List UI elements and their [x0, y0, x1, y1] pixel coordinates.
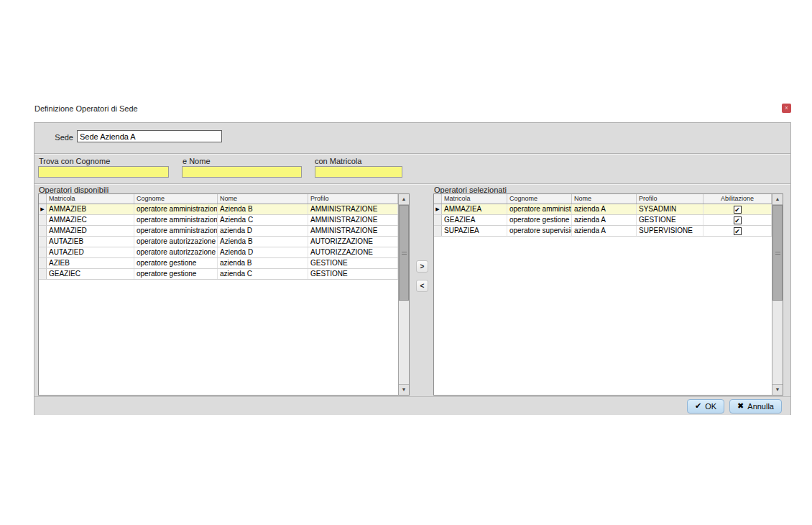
cell[interactable]: SYSADMIN — [637, 204, 703, 214]
cell[interactable]: AMMAZIED — [47, 226, 134, 236]
trova-cognome-label: Trova con Cognome — [39, 157, 110, 165]
cell[interactable]: operatore amministrazione — [134, 215, 218, 225]
row-indicator: ▶ — [434, 204, 442, 214]
thumb-grip-icon — [775, 252, 780, 255]
matricola-label: con Matricola — [315, 157, 361, 165]
scroll-down-icon[interactable]: ▼ — [772, 384, 783, 395]
cell[interactable]: operatore amministrazione — [134, 204, 218, 214]
header-cell[interactable]: Cognome — [507, 194, 572, 204]
table-row[interactable]: AUTAZIEDoperatore autorizzazioneAzienda … — [39, 247, 398, 258]
cell[interactable]: AMMINISTRAZIONE — [308, 204, 398, 214]
definizione-operatori-dialog: Definizione Operatori di Sede x Sede Tro… — [34, 103, 791, 416]
cell[interactable]: Azienda D — [218, 247, 308, 257]
sede-input[interactable] — [77, 130, 222, 142]
trova-cognome-input[interactable] — [38, 166, 169, 178]
checkbox-icon[interactable]: ✔ — [734, 216, 742, 224]
operatori-disponibili-table: MatricolaCognomeNomeProfilo▶AMMAZIEBoper… — [38, 193, 410, 396]
cell[interactable]: azienda B — [218, 258, 308, 268]
cell[interactable]: azienda A — [572, 215, 637, 225]
header-cell[interactable]: Matricola — [442, 194, 507, 204]
ok-button-label: OK — [705, 402, 716, 411]
row-indicator — [434, 215, 442, 225]
scroll-up-icon[interactable]: ▲ — [399, 194, 409, 205]
cell[interactable]: azienda D — [218, 226, 308, 236]
table-row[interactable]: AMMAZIECoperatore amministrazioneAzienda… — [39, 215, 398, 226]
cell[interactable]: GESTIONE — [637, 215, 703, 225]
thumb-grip-icon — [402, 252, 407, 255]
table-row[interactable]: AMMAZIEDoperatore amministrazioneazienda… — [39, 226, 398, 237]
cell[interactable]: Azienda C — [218, 215, 308, 225]
header-cell[interactable]: Profilo — [637, 194, 703, 204]
cell[interactable]: Azienda B — [218, 237, 308, 247]
separator — [34, 183, 790, 185]
header-cell[interactable]: Nome — [218, 194, 308, 204]
cancel-button[interactable]: ✖ Annulla — [729, 399, 782, 414]
cell[interactable]: azienda A — [572, 226, 637, 236]
scroll-up-icon[interactable]: ▲ — [772, 194, 783, 205]
ok-button[interactable]: ✔ OK — [687, 399, 724, 414]
cell[interactable]: operatore amministrazione — [507, 204, 572, 214]
table-row[interactable]: ▶AMMAZIEAoperatore amministrazioneaziend… — [434, 204, 772, 215]
cell[interactable]: SUPERVISIONE — [637, 226, 703, 236]
abilitazione-cell[interactable]: ✔ — [703, 215, 772, 225]
available-grid: MatricolaCognomeNomeProfilo▶AMMAZIEBoper… — [39, 194, 398, 395]
table-row[interactable]: AZIEBoperatore gestioneazienda BGESTIONE — [39, 258, 398, 269]
cell[interactable]: operatore gestione — [507, 215, 572, 225]
scroll-thumb[interactable] — [772, 205, 783, 301]
move-left-button[interactable]: < — [416, 280, 428, 292]
move-right-button[interactable]: > — [416, 260, 428, 273]
table-row[interactable]: GEAZIEAoperatore gestioneazienda AGESTIO… — [434, 215, 772, 226]
cell[interactable]: AUTORIZZAZIONE — [308, 247, 398, 257]
header-cell[interactable]: Profilo — [308, 194, 398, 204]
nome-input[interactable] — [182, 166, 302, 178]
cell[interactable]: AMMAZIEB — [47, 204, 134, 214]
cell[interactable]: AMMINISTRAZIONE — [308, 215, 398, 225]
header-cell[interactable]: Nome — [572, 194, 637, 204]
checkbox-icon[interactable]: ✔ — [734, 227, 742, 235]
cell[interactable]: operatore amministrazione — [134, 226, 218, 236]
available-scrollbar[interactable]: ▲ ▼ — [398, 194, 409, 395]
footer-bar: ✔ OK ✖ Annulla — [34, 396, 790, 415]
cell[interactable]: AUTAZIED — [47, 247, 134, 257]
selected-scrollbar[interactable]: ▲ ▼ — [772, 194, 783, 395]
cell[interactable]: AUTAZIEB — [47, 237, 134, 247]
cell[interactable]: operatore supervisione — [507, 226, 572, 236]
scroll-thumb[interactable] — [399, 205, 409, 301]
checkbox-icon[interactable]: ✔ — [734, 206, 742, 214]
cell[interactable]: AMMAZIEC — [47, 215, 134, 225]
table-row[interactable]: SUPAZIEAoperatore supervisioneazienda AS… — [434, 226, 772, 237]
cell[interactable]: SUPAZIEA — [442, 226, 507, 236]
row-indicator — [39, 258, 47, 268]
header-cell[interactable]: Abilitazione — [703, 194, 772, 204]
cell[interactable]: GESTIONE — [308, 269, 398, 279]
table-row[interactable]: ▶AMMAZIEBoperatore amministrazioneAziend… — [39, 204, 398, 215]
cell[interactable]: AMMINISTRAZIONE — [308, 226, 398, 236]
cell[interactable]: operatore autorizzazione — [134, 237, 218, 247]
header-cell[interactable]: Matricola — [47, 194, 134, 204]
table-row[interactable]: AUTAZIEBoperatore autorizzazioneAzienda … — [39, 237, 398, 247]
close-button[interactable]: x — [782, 104, 791, 113]
cell[interactable]: GEAZIEA — [442, 215, 507, 225]
header-cell[interactable]: Cognome — [134, 194, 218, 204]
table-header: MatricolaCognomeNomeProfilo — [39, 194, 398, 204]
row-indicator — [39, 215, 47, 225]
scroll-down-icon[interactable]: ▼ — [399, 384, 409, 395]
matricola-input[interactable] — [315, 166, 402, 178]
table-row[interactable]: GEAZIECoperatore gestioneazienda CGESTIO… — [39, 269, 398, 280]
check-icon: ✔ — [695, 401, 701, 411]
cell[interactable]: GEAZIEC — [47, 269, 134, 279]
abilitazione-cell[interactable]: ✔ — [703, 204, 772, 214]
cell[interactable]: operatore autorizzazione — [134, 247, 218, 257]
abilitazione-cell[interactable]: ✔ — [703, 226, 772, 236]
cell[interactable]: Azienda B — [218, 204, 308, 214]
row-indicator — [39, 237, 47, 247]
cell[interactable]: azienda A — [572, 204, 637, 214]
indicator-header-cell — [39, 194, 47, 204]
cell[interactable]: AMMAZIEA — [442, 204, 507, 214]
cell[interactable]: AUTORIZZAZIONE — [308, 237, 398, 247]
cell[interactable]: operatore gestione — [134, 269, 218, 279]
cell[interactable]: operatore gestione — [134, 258, 218, 268]
cell[interactable]: azienda C — [218, 269, 308, 279]
cell[interactable]: AZIEB — [47, 258, 134, 268]
cell[interactable]: GESTIONE — [308, 258, 398, 268]
